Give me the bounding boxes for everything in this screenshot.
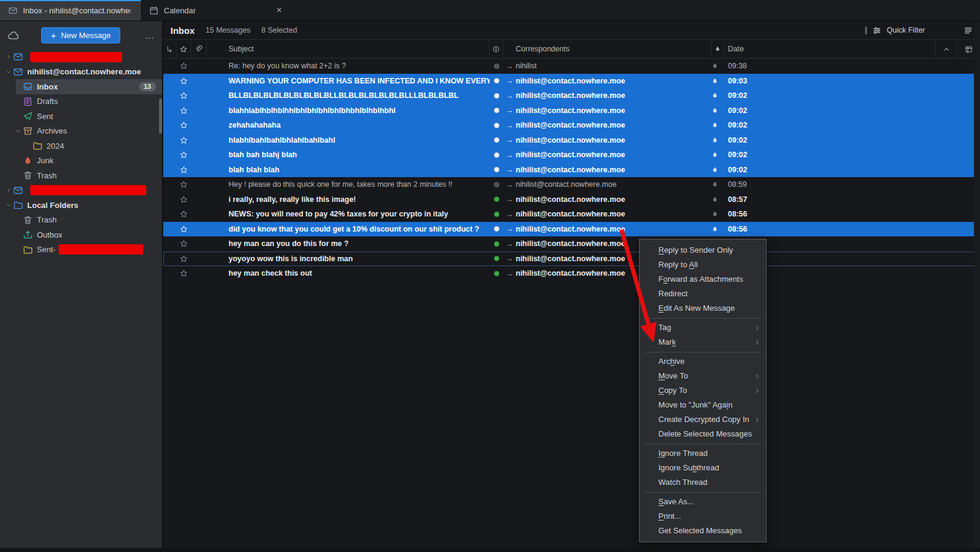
star-toggle[interactable]	[177, 133, 191, 148]
folder-item-redacted[interactable]	[0, 183, 162, 198]
quick-filter-label[interactable]: Quick Filter	[887, 26, 925, 34]
star-toggle[interactable]	[177, 236, 191, 252]
menu-item-get-selected-messages[interactable]: Get Selected Messages	[640, 524, 766, 538]
star-toggle[interactable]	[177, 163, 191, 178]
star-toggle[interactable]	[177, 192, 191, 207]
folder-item-redacted[interactable]	[0, 50, 162, 65]
read-status-cell[interactable]	[490, 222, 503, 237]
status-column-header[interactable]	[490, 40, 503, 58]
message-row[interactable]: did you know that you could get a 10% di…	[163, 222, 980, 237]
star-toggle[interactable]	[177, 177, 191, 192]
quick-filter-toggle-icon[interactable]	[865, 27, 867, 34]
date-column-header[interactable]: Date	[724, 40, 935, 58]
folder-item-junk[interactable]: Junk	[0, 154, 162, 169]
tab-calendar[interactable]: Calendar	[141, 0, 204, 21]
sidebar-options-icon[interactable]: …	[145, 30, 155, 41]
twisty-expanded-icon[interactable]	[4, 200, 13, 210]
junk-status-cell[interactable]	[712, 148, 724, 163]
menu-item-copy-to[interactable]: Copy To	[640, 383, 766, 398]
read-status-cell[interactable]	[490, 207, 503, 222]
message-list-display-options-icon[interactable]	[964, 26, 973, 35]
filter-sliders-icon[interactable]	[872, 26, 881, 35]
subject-column-header[interactable]: Subject	[207, 40, 490, 58]
sort-direction-button[interactable]	[935, 40, 957, 58]
menu-item-forward-as-attachments[interactable]: Forward as Attachments	[640, 272, 766, 287]
tab-mail[interactable]: Inbox - nihilist@contact.nowhere.mo	[0, 0, 141, 21]
star-toggle[interactable]	[177, 252, 191, 267]
twisty-collapsed-icon[interactable]	[4, 52, 13, 62]
junk-status-cell[interactable]	[712, 192, 724, 207]
twisty-expanded-icon[interactable]	[4, 67, 13, 77]
junk-status-cell[interactable]	[712, 177, 724, 192]
message-row[interactable]: yoyoyo wow this is incredible man→nihili…	[163, 252, 980, 267]
read-status-cell[interactable]	[490, 59, 503, 74]
menu-item-reply-to-all[interactable]: Reply to All	[640, 258, 766, 272]
star-toggle[interactable]	[177, 222, 191, 237]
message-row[interactable]: NEWS: you will need to pay 42% taxes for…	[163, 207, 980, 222]
message-row[interactable]: Hey ! please do this quick one for me, t…	[163, 177, 980, 192]
message-row[interactable]: WARNING YOUR COMPUTER HAS BEEN INFECTED …	[163, 74, 980, 89]
menu-item-mark[interactable]: Mark	[640, 335, 766, 349]
menu-item-ignore-thread[interactable]: Ignore Thread	[640, 446, 766, 461]
message-row[interactable]: i really, really, really like this image…	[163, 192, 980, 207]
read-status-cell[interactable]	[490, 118, 503, 133]
menu-item-ignore-subthread[interactable]: Ignore Subthread	[640, 461, 766, 475]
message-row[interactable]: blah bah blahj blah→nihilist@contact.now…	[163, 148, 980, 163]
read-status-cell[interactable]	[490, 88, 503, 103]
correspondents-column-header[interactable]: Correspondents	[503, 40, 712, 58]
junk-column-header[interactable]	[712, 40, 724, 58]
read-status-cell[interactable]	[490, 163, 503, 178]
star-toggle[interactable]	[177, 207, 191, 222]
junk-status-cell[interactable]	[712, 118, 724, 133]
message-row[interactable]: Re: hey do you know what 2+2 is ?→nihili…	[163, 59, 980, 74]
read-status-cell[interactable]	[490, 148, 503, 163]
message-row[interactable]: BLLBLBLBLBLBLBLBLBLBLLBLBLBLBLBLBLBLLLBL…	[163, 88, 980, 103]
message-row[interactable]: blahhlablhblhblhhlbhlbhlbhlbhlbhbhlblhbl…	[163, 103, 980, 119]
message-row[interactable]: zehahahahaha→nihilist@contact.nowhere.mo…	[163, 118, 980, 133]
junk-status-cell[interactable]	[712, 163, 724, 178]
read-status-cell[interactable]	[490, 74, 503, 89]
menu-item-move-to-junk-again[interactable]: Move to "Junk" Again	[640, 398, 766, 412]
new-message-button[interactable]: + New Message	[41, 27, 120, 44]
star-toggle[interactable]	[177, 266, 191, 281]
twisty-expanded-icon[interactable]	[13, 126, 23, 136]
folder-item-sent[interactable]: Sent-	[0, 242, 162, 258]
star-toggle[interactable]	[177, 103, 191, 119]
folder-pane-scrollbar[interactable]	[159, 99, 162, 134]
junk-status-cell[interactable]	[712, 103, 724, 119]
read-status-cell[interactable]	[490, 177, 503, 192]
read-status-cell[interactable]	[490, 103, 503, 119]
folder-item-2024[interactable]: 2024	[0, 138, 162, 154]
junk-status-cell[interactable]	[712, 222, 724, 237]
spaces-icon[interactable]	[7, 30, 19, 42]
folder-item-outbox[interactable]: Outbox	[0, 227, 162, 242]
attachment-column-header[interactable]	[191, 40, 207, 58]
menu-item-archive[interactable]: Archive	[640, 354, 766, 369]
folder-item-nihilist-contact-nowhere-moe[interactable]: nihilist@contact.nowhere.moe	[0, 65, 162, 80]
star-toggle[interactable]	[177, 74, 191, 89]
menu-item-move-to[interactable]: Move To	[640, 369, 766, 383]
star-toggle[interactable]	[177, 59, 191, 74]
list-scrollbar-gutter[interactable]	[974, 21, 980, 548]
message-row[interactable]: hey man can you do this for me ?→nihilis…	[163, 236, 980, 252]
menu-item-tag[interactable]: Tag	[640, 320, 766, 335]
message-row[interactable]: blah blah blah→nihilist@contact.nowhere.…	[163, 163, 980, 178]
read-status-cell[interactable]	[490, 133, 503, 148]
folder-item-trash[interactable]: Trash	[0, 168, 162, 183]
junk-status-cell[interactable]	[712, 59, 724, 74]
folder-item-drafts[interactable]: Drafts	[0, 94, 162, 109]
menu-item-edit-as-new-message[interactable]: Edit As New Message	[640, 301, 766, 316]
junk-status-cell[interactable]	[712, 74, 724, 89]
menu-item-print[interactable]: Print...	[640, 509, 766, 524]
folder-item-archives[interactable]: Archives	[0, 124, 162, 139]
menu-item-create-decrypted-copy-in[interactable]: Create Decrypted Copy In	[640, 412, 766, 427]
read-status-cell[interactable]	[490, 236, 503, 252]
message-row[interactable]: hey man check this out→nihilist@contact.…	[163, 266, 980, 281]
menu-item-save-as[interactable]: Save As...	[640, 495, 766, 509]
junk-status-cell[interactable]	[712, 88, 724, 103]
message-row[interactable]: hlabhlbahlbahlbhlahlbahlbahl→nihilist@co…	[163, 133, 980, 148]
close-tab-icon[interactable]: ×	[272, 3, 287, 18]
menu-item-delete-selected-messages[interactable]: Delete Selected Messages	[640, 427, 766, 441]
read-status-cell[interactable]	[490, 266, 503, 281]
read-status-cell[interactable]	[490, 252, 503, 267]
